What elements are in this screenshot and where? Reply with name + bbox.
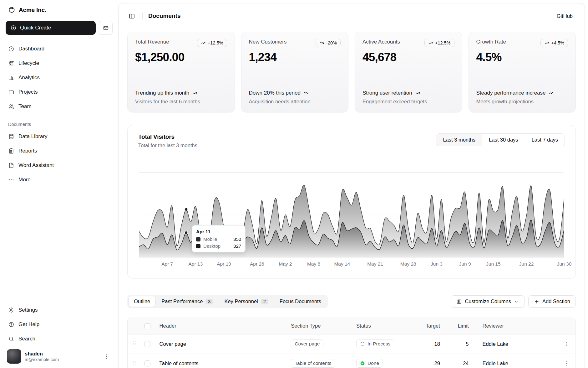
mobile-swatch: [196, 237, 200, 241]
tab-past-performance[interactable]: Past Performance 3: [156, 296, 218, 307]
row-menu-button[interactable]: [561, 339, 571, 349]
sidebar-item-team[interactable]: Team: [5, 99, 113, 114]
check-circle-icon: [360, 361, 365, 366]
sidebar-section-label: Documents: [5, 122, 113, 127]
trend-down-icon: [319, 40, 324, 45]
stat-caption: Acquisition needs attention: [249, 99, 341, 105]
x-axis-label: May 8: [307, 261, 320, 267]
row-checkbox[interactable]: [144, 360, 150, 366]
x-axis-label: Jun 30: [557, 261, 572, 267]
trend-badge: +4.5%: [540, 39, 568, 47]
stat-summary-text: Trending up this month: [135, 90, 189, 96]
user-meta: shadcn m@example.com: [25, 350, 98, 362]
row-menu-button[interactable]: [561, 358, 571, 368]
sidebar-item-settings[interactable]: Settings: [5, 303, 113, 317]
target-value[interactable]: 18: [414, 334, 451, 354]
dots-vertical-icon: [104, 354, 109, 360]
sidebar-item-word-assistant[interactable]: Word Assistant: [5, 158, 113, 173]
x-axis-label: Apr 13: [188, 261, 203, 267]
x-axis-label: May 14: [334, 261, 350, 267]
trend-badge: +12.5%: [424, 39, 454, 47]
add-section-button[interactable]: Add Section: [528, 295, 576, 308]
sidebar-item-analytics[interactable]: Analytics: [5, 70, 113, 85]
sidebar-toggle-button[interactable]: [127, 11, 137, 21]
stat-title: Growth Rate: [476, 39, 506, 45]
status-text: In Process: [368, 341, 390, 347]
tab-focus-documents[interactable]: Focus Documents: [274, 296, 327, 307]
limit-value[interactable]: 5: [451, 334, 479, 354]
tooltip-row-mobile: Mobile 350: [196, 236, 241, 242]
sections-bar: Outline Past Performance 3 Key Personnel…: [127, 295, 576, 308]
chart-titles: Total Visitors Total for the last 3 mont…: [138, 133, 197, 148]
github-link[interactable]: GitHub: [553, 11, 576, 22]
sections-table: Header Section Type Status Target Limit …: [127, 318, 576, 368]
tab-outline[interactable]: Outline: [129, 296, 155, 307]
sidebar-item-data-library[interactable]: Data Library: [5, 129, 113, 144]
row-checkbox[interactable]: [144, 341, 150, 347]
tab-count-badge: 2: [261, 299, 268, 304]
tab-label: Outline: [134, 298, 150, 304]
table-row[interactable]: Table of contents Table of contents Done…: [128, 354, 575, 368]
sidebar-item-projects[interactable]: Projects: [5, 85, 113, 99]
stat-top: Total Revenue +12.5%: [135, 39, 227, 47]
table-row[interactable]: Cover page Cover page In Process 18 5 Ed…: [128, 334, 575, 354]
tab-label: Key Personnel: [224, 298, 258, 304]
x-axis-label: Jun 15: [486, 261, 501, 267]
stat-foot: Strong user retention Engagement exceed …: [362, 84, 454, 105]
user-menu-button[interactable]: [101, 351, 111, 361]
sidebar-item-more[interactable]: More: [5, 173, 113, 187]
sidebar-item-reports[interactable]: Reports: [5, 144, 113, 158]
brand[interactable]: Acme Inc.: [5, 4, 113, 16]
column-limit: Limit: [451, 318, 479, 334]
column-header: Header: [156, 318, 288, 334]
limit-value[interactable]: 24: [451, 354, 479, 368]
database-icon: [8, 133, 14, 140]
sidebar-item-label: Team: [18, 103, 32, 110]
row-header-link[interactable]: Cover page: [160, 341, 186, 347]
tab-label: Past Performance: [161, 298, 203, 304]
select-all-cell: [141, 318, 156, 334]
range-last-7-days[interactable]: Last 7 days: [525, 134, 565, 146]
gauge-icon: [8, 46, 14, 52]
user-row[interactable]: shadcn m@example.com: [5, 346, 113, 365]
quick-create-button[interactable]: Quick Create: [6, 21, 96, 35]
sidebar-item-search[interactable]: Search: [5, 332, 113, 346]
search-icon: [8, 336, 14, 342]
range-last-30-days[interactable]: Last 30 days: [482, 134, 525, 146]
tooltip-label: Desktop: [203, 243, 231, 249]
sidebar-footer: SettingsGet HelpSearch shadcn m@example.…: [5, 303, 113, 365]
x-axis-label: Apr 19: [217, 261, 231, 267]
stat-top: Active Accounts +12.5%: [362, 39, 454, 47]
chart-head: Total Visitors Total for the last 3 mont…: [128, 133, 575, 148]
stat-card-total-revenue: Total Revenue +12.5% $1,250.00 Trending …: [127, 32, 235, 112]
dots-vertical-icon: [563, 360, 569, 366]
stat-top: New Customers -20%: [249, 39, 341, 47]
sidebar-item-dashboard[interactable]: Dashboard: [5, 42, 113, 56]
range-last-3-months[interactable]: Last 3 months: [436, 134, 482, 146]
stat-card-new-customers: New Customers -20% 1,234 Down 20% this p…: [241, 32, 349, 112]
add-section-label: Add Section: [542, 298, 570, 304]
visitors-chart-card: Total Visitors Total for the last 3 mont…: [127, 125, 576, 278]
tab-key-personnel[interactable]: Key Personnel 2: [219, 296, 273, 307]
sidebar-item-lifecycle[interactable]: Lifecycle: [5, 56, 113, 70]
row-header-link[interactable]: Table of contents: [160, 360, 199, 366]
drag-handle-icon: [132, 360, 137, 365]
stat-summary-text: Down 20% this period: [249, 90, 301, 96]
brand-logo-icon: [8, 6, 15, 13]
x-axis-label: Apr 26: [250, 261, 264, 267]
select-all-checkbox[interactable]: [144, 323, 150, 329]
sidebar-item-label: Data Library: [18, 133, 48, 140]
panel-header: Documents GitHub: [119, 3, 585, 29]
sidebar-item-label: Dashboard: [18, 46, 44, 52]
stat-summary-text: Steady performance increase: [476, 90, 546, 96]
desktop-swatch: [196, 244, 200, 248]
chart-title: Total Visitors: [138, 133, 197, 140]
trend-down-icon: [303, 90, 309, 96]
app-layout: Acme Inc. Quick Create DashboardLifecycl…: [0, 0, 588, 368]
columns-icon: [456, 299, 462, 304]
inbox-mail-button[interactable]: [99, 21, 113, 35]
sidebar-item-get-help[interactable]: Get Help: [5, 317, 113, 332]
target-value[interactable]: 29: [414, 354, 451, 368]
x-axis-label: May 28: [400, 261, 416, 267]
customize-columns-button[interactable]: Customize Columns: [451, 295, 525, 308]
